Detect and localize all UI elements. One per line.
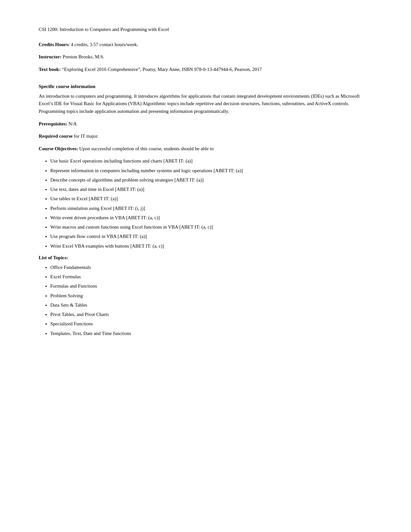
list-item: Represent information in computers inclu…: [50, 167, 372, 174]
list-item: Use program flow control in VBA [ABET IT…: [50, 233, 372, 240]
course-objectives-intro: Upon successful completion of this cours…: [78, 146, 214, 151]
list-item: Problem Solving: [50, 292, 372, 300]
course-objectives-intro-line: Course Objectives: Upon successful compl…: [39, 145, 372, 153]
specific-course-body: An introduction to computers and program…: [39, 93, 372, 115]
required-course-line: Required course for IT major.: [39, 133, 372, 140]
list-item: Excel Formulas: [50, 273, 372, 281]
specific-course-heading: Specific course information: [39, 84, 372, 89]
list-item: Perform simulation using Excel [ABET IT:…: [50, 205, 372, 212]
list-item: Write event driven procedures in VBA [AB…: [50, 214, 372, 222]
textbook-value: “Exploring Excel 2016 Comprehensive”, Po…: [61, 67, 262, 72]
page: CSI 1200: Introduction to Computers and …: [0, 0, 411, 532]
prerequisites-line: Prerequisites: N/A: [39, 120, 372, 128]
course-objectives-list: Use basic Excel operations including fun…: [50, 157, 372, 250]
course-title: CSI 1200: Introduction to Computers and …: [39, 27, 169, 32]
list-item: Data Sets & Tables: [50, 301, 372, 309]
instructor-value: Preston Brooks, M.S.: [62, 54, 104, 59]
list-of-topics-list: Office FundamentalsExcel FormulasFormula…: [50, 264, 372, 337]
list-item: Use basic Excel operations including fun…: [50, 157, 372, 165]
list-item: Use tables in Excel [ABET IT: (a)]: [50, 195, 372, 202]
credits-label: Credits Hours:: [39, 42, 70, 47]
list-item: Write Excel VBA examples with buttons [A…: [50, 242, 372, 250]
prerequisites-value: N/A: [67, 121, 77, 126]
list-item: Use text, dates and time in Excel [ABET …: [50, 186, 372, 193]
prerequisites-label: Prerequisites:: [39, 121, 67, 126]
list-item: Describe concepts of algorithms and prob…: [50, 176, 372, 184]
required-course-value: for IT major.: [73, 133, 99, 139]
credits-line: Credits Hours: 4 credits, 3.57 contact h…: [39, 41, 372, 48]
textbook-line: Text book: “Exploring Excel 2016 Compreh…: [39, 66, 372, 73]
list-of-topics-heading: List of Topics:: [39, 255, 372, 261]
required-course-label: Required course: [39, 133, 73, 139]
textbook-label: Text book:: [39, 67, 61, 72]
course-title-line: CSI 1200: Introduction to Computers and …: [39, 26, 372, 33]
credits-value: 4 credits, 3.57 contact hours/week.: [70, 42, 138, 47]
instructor-line: Instructor: Preston Brooks, M.S.: [39, 53, 372, 61]
instructor-label: Instructor:: [39, 54, 62, 59]
list-item: Formulas and Functions: [50, 282, 372, 290]
list-item: Templates, Text, Date and Time functions: [50, 330, 372, 337]
list-item: Pivot Tables, and Pivot Charts: [50, 311, 372, 318]
list-item: Office Fundamentals: [50, 264, 372, 271]
list-item: Specialized Functions: [50, 320, 372, 328]
list-item: Write macros and custom functions using …: [50, 223, 372, 231]
course-objectives-label: Course Objectives:: [39, 146, 78, 151]
